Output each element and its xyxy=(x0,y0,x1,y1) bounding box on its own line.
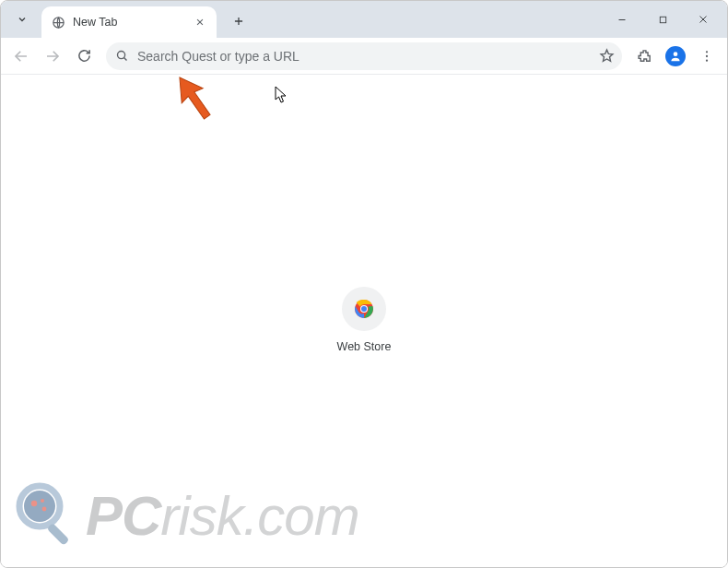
svg-line-12 xyxy=(123,58,126,61)
puzzle-icon xyxy=(637,48,652,64)
browser-tab[interactable]: New Tab xyxy=(41,6,217,38)
tab-strip: New Tab xyxy=(1,1,727,38)
arrow-right-icon xyxy=(44,48,61,65)
svg-rect-6 xyxy=(660,17,665,22)
reload-button[interactable] xyxy=(69,41,99,71)
chevron-down-icon xyxy=(17,14,28,25)
minimize-button[interactable] xyxy=(602,5,642,34)
svg-point-15 xyxy=(706,51,708,53)
tab-search-button[interactable] xyxy=(6,4,38,35)
new-tab-button[interactable] xyxy=(226,8,252,34)
address-input[interactable] xyxy=(137,49,598,64)
extensions-button[interactable] xyxy=(629,41,659,71)
menu-button[interactable] xyxy=(692,41,722,71)
svg-point-14 xyxy=(674,52,678,56)
shortcut-web-store[interactable]: Web Store xyxy=(318,287,410,353)
search-icon xyxy=(113,48,130,65)
svg-point-20 xyxy=(361,306,367,312)
profile-button[interactable] xyxy=(661,41,690,71)
reload-icon xyxy=(76,48,92,64)
toolbar xyxy=(1,38,727,75)
close-icon xyxy=(698,14,709,25)
close-icon xyxy=(195,18,205,27)
shortcut-tile xyxy=(342,287,386,331)
svg-point-17 xyxy=(706,59,708,61)
svg-marker-13 xyxy=(601,50,613,61)
close-window-button[interactable] xyxy=(683,5,723,34)
arrow-left-icon xyxy=(13,48,29,65)
shortcut-label: Web Store xyxy=(318,340,410,353)
window-controls xyxy=(602,1,723,38)
kebab-icon xyxy=(699,49,714,64)
minimize-icon xyxy=(616,14,628,25)
star-icon xyxy=(599,48,615,64)
maximize-button[interactable] xyxy=(642,5,683,34)
tab-title: New Tab xyxy=(73,16,193,29)
avatar-icon xyxy=(665,46,686,66)
svg-point-16 xyxy=(706,54,708,56)
svg-point-11 xyxy=(117,52,124,59)
chrome-icon xyxy=(353,298,375,320)
maximize-icon xyxy=(658,15,668,25)
plus-icon xyxy=(232,15,245,28)
forward-button[interactable] xyxy=(38,41,67,71)
bookmark-button[interactable] xyxy=(598,48,615,65)
close-tab-button[interactable] xyxy=(193,15,207,30)
back-button[interactable] xyxy=(6,41,36,71)
globe-icon xyxy=(51,15,65,30)
page-content: Web Store xyxy=(1,75,727,567)
browser-window: New Tab xyxy=(0,0,728,568)
address-bar[interactable] xyxy=(106,42,622,70)
